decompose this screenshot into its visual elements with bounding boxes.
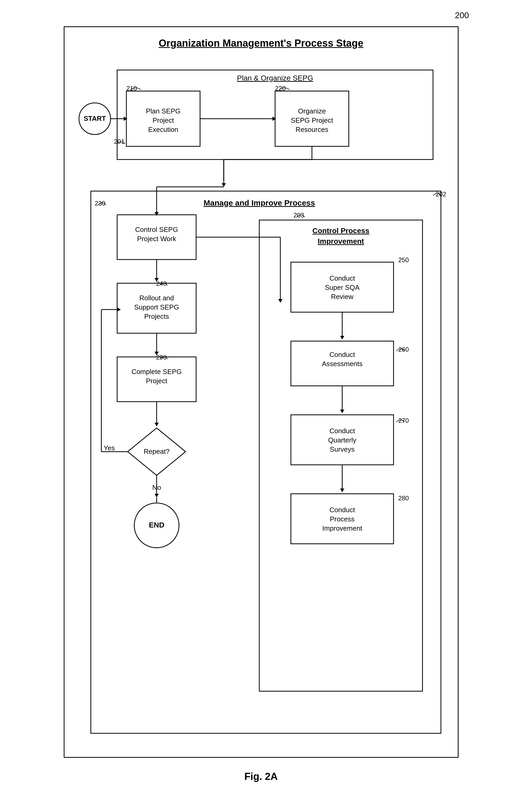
box-260-text2: Assessments [322, 360, 362, 368]
ref-260: 260 [398, 346, 409, 353]
box-250-text2: Super SQA [325, 283, 360, 291]
box-280-text3: Improvement [322, 524, 362, 532]
figure-caption: Fig. 2A [244, 771, 278, 782]
page-container: 200 Organization Management's Process St… [37, 11, 485, 782]
manage-improve-label: Manage and Improve Process [203, 199, 315, 207]
rollout-text2: Support SEPG [134, 303, 179, 311]
box-250-text3: Review [331, 293, 353, 301]
repeat-text: Repeat? [143, 447, 169, 455]
box-270-text1: Conduct [329, 427, 355, 435]
plan-organize-label: Plan & Organize SEPG [237, 74, 313, 82]
box-250-text1: Conduct [329, 274, 355, 282]
svg-marker-22 [278, 299, 282, 303]
box-210-text1: Plan SEPG [146, 107, 181, 115]
control-text1: Control SEPG [135, 226, 178, 234]
box-280-text2: Process [330, 515, 355, 523]
svg-marker-33 [117, 307, 121, 312]
svg-marker-47 [340, 488, 344, 492]
rollout-text1: Rollout and [139, 294, 174, 302]
box-210-text3: Execution [148, 125, 178, 134]
svg-marker-12 [222, 183, 226, 187]
complete-text2: Project [146, 377, 167, 385]
control-text2: Project Work [137, 235, 176, 243]
svg-marker-15 [155, 212, 159, 216]
ref-250: 250 [398, 256, 409, 263]
box-270-text2: Quarterly [328, 436, 356, 444]
box-210-text2: Project [153, 116, 174, 124]
yes-label: Yes [103, 444, 115, 452]
svg-marker-35 [155, 494, 159, 498]
figure-number-top: 200 [455, 11, 469, 20]
svg-marker-7 [124, 117, 127, 121]
complete-text1: Complete SEPG [132, 368, 182, 375]
end-label: END [149, 521, 164, 529]
ref-270: 270 [398, 417, 409, 424]
svg-marker-41 [340, 336, 344, 340]
ref-201: 201 [114, 138, 124, 145]
box-260-text1: Conduct [329, 351, 355, 359]
box-220-text2: SEPG Project [290, 116, 333, 124]
svg-marker-28 [155, 423, 159, 426]
svg-marker-44 [340, 409, 344, 413]
box-280-text1: Conduct [329, 506, 355, 514]
rollout-text3: Projects [144, 312, 169, 320]
diagram-title: Organization Management's Process Stage [75, 38, 447, 49]
ref-280: 280 [398, 494, 409, 502]
box-220-text1: Organize [298, 107, 326, 115]
box-220-text3: Resources [295, 125, 328, 134]
svg-rect-13 [91, 191, 441, 733]
control-process-title1: Control Process [312, 227, 369, 235]
svg-marker-4 [273, 117, 276, 121]
control-process-title2: Improvement [318, 237, 364, 245]
box-270-text3: Surveys [330, 445, 355, 453]
flowchart-svg: Plan & Organize SEPG 210 Plan SEPG Proje… [75, 62, 449, 747]
main-diagram-border: Organization Management's Process Stage … [64, 26, 459, 758]
start-label: START [83, 115, 106, 122]
